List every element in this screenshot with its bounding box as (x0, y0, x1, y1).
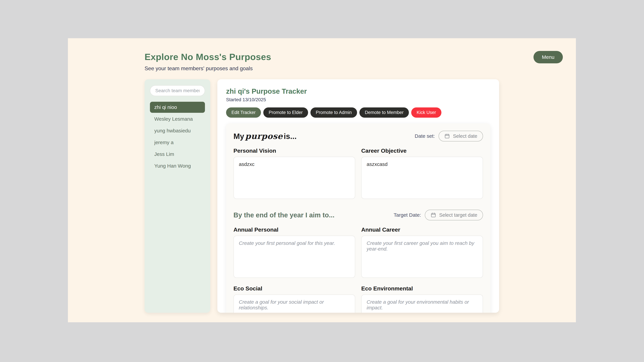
calendar-icon (444, 133, 450, 139)
member-item-wesley-lesmana[interactable]: Wesley Lesmana (150, 113, 205, 124)
promote-to-admin-button[interactable]: Promote to Admin (310, 107, 357, 118)
tracker-started-date: Started 13/10/2025 (226, 97, 490, 102)
purpose-heading-post: is... (284, 132, 297, 141)
eco-social-textarea[interactable] (234, 295, 355, 313)
annual-career-textarea[interactable] (361, 236, 483, 278)
purpose-tracker-panel: zhi qi's Purpose Tracker Started 13/10/2… (217, 79, 499, 313)
eco-environmental-textarea[interactable] (361, 295, 483, 313)
menu-button[interactable]: Menu (534, 51, 563, 63)
member-item-jeremy-a[interactable]: jeremy a (150, 137, 205, 148)
annual-section-heading: By the end of the year I aim to... (234, 211, 334, 219)
annual-personal-field: Annual Personal (234, 226, 355, 279)
select-date-button[interactable]: Select date (438, 131, 483, 141)
purpose-heading-script: purpose (244, 131, 284, 141)
app-page: Explore No Moss's Purposes See your team… (68, 38, 576, 322)
select-target-date-label: Select target date (439, 212, 477, 218)
purpose-heading-pre: My (234, 132, 244, 141)
annual-personal-label: Annual Personal (234, 226, 355, 233)
purpose-heading: Mypurposeis... (234, 131, 297, 141)
personal-vision-textarea[interactable]: asdzxc (234, 157, 355, 199)
eco-environmental-label: Eco Environmental (361, 285, 483, 292)
member-item-yung-han-wong[interactable]: Yung Han Wong (150, 160, 205, 171)
annual-career-label: Annual Career (361, 226, 483, 233)
member-item-yung-hwbasiedu[interactable]: yung hwbasiedu (150, 125, 205, 136)
career-objective-textarea[interactable]: aszxcasd (361, 157, 483, 199)
select-target-date-button[interactable]: Select target date (425, 210, 483, 220)
career-objective-field: Career Objective aszxcasd (361, 147, 483, 200)
member-item-zhi-qi-nioo[interactable]: zhi qi nioo (150, 102, 205, 113)
eco-social-label: Eco Social (234, 285, 355, 292)
tracker-title: zhi qi's Purpose Tracker (226, 87, 490, 95)
kick-user-button[interactable]: Kick User (411, 107, 442, 118)
calendar-icon (430, 212, 436, 218)
demote-to-member-button[interactable]: Demote to Member (360, 107, 409, 118)
edit-tracker-button[interactable]: Edit Tracker (226, 107, 261, 118)
personal-vision-label: Personal Vision (234, 147, 355, 154)
annual-personal-textarea[interactable] (234, 236, 355, 278)
eco-social-field: Eco Social (234, 285, 355, 313)
personal-vision-field: Personal Vision asdzxc (234, 147, 355, 200)
purpose-card: Mypurposeis... Date set: Select date (226, 123, 490, 313)
career-objective-label: Career Objective (361, 147, 483, 154)
promote-to-elder-button[interactable]: Promote to Elder (263, 107, 308, 118)
eco-environmental-field: Eco Environmental (361, 285, 483, 313)
annual-career-field: Annual Career (361, 226, 483, 279)
team-member-sidebar: zhi qi nioo Wesley Lesmana yung hwbasied… (144, 79, 210, 313)
page-title: Explore No Moss's Purposes (144, 52, 271, 62)
search-input[interactable] (150, 85, 205, 96)
page-subtitle: See your team members' purposes and goal… (144, 65, 253, 71)
member-item-jess-lim[interactable]: Jess Lim (150, 149, 205, 160)
date-set-label: Date set: (415, 133, 435, 139)
target-date-label: Target Date: (394, 212, 421, 218)
member-list: zhi qi nioo Wesley Lesmana yung hwbasied… (150, 102, 205, 171)
tracker-actions: Edit Tracker Promote to Elder Promote to… (226, 107, 490, 118)
select-date-label: Select date (453, 133, 477, 139)
